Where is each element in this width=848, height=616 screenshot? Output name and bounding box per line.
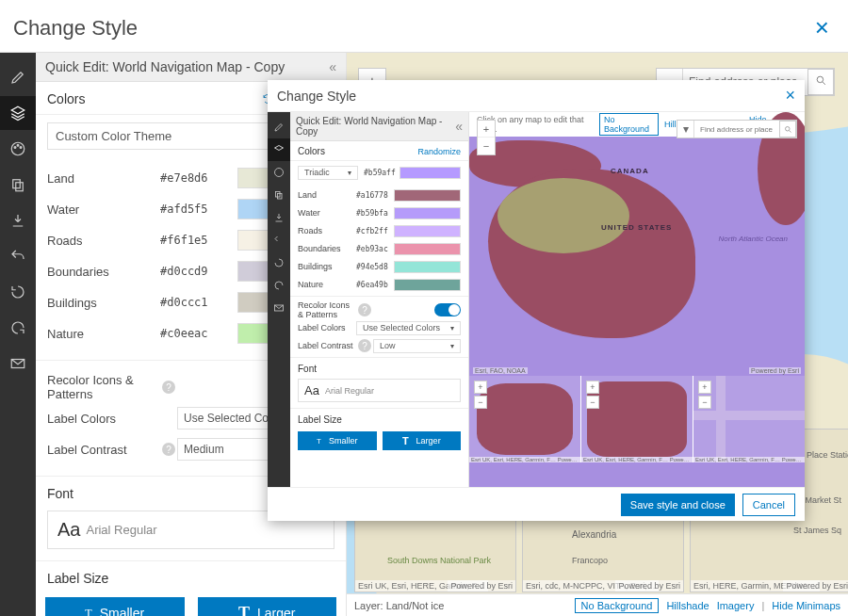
color-swatch[interactable] — [394, 243, 461, 255]
search-button[interactable] — [807, 69, 834, 95]
theme-swatch[interactable] — [400, 167, 461, 179]
recolor-toggle[interactable] — [434, 303, 461, 316]
color-prop-name: Boundaries — [298, 244, 356, 253]
minimap-label: Francopo — [572, 556, 608, 565]
palette-model-select[interactable]: Triadic▾ — [298, 166, 358, 180]
save-button[interactable]: Save style and close — [621, 494, 735, 516]
label-contrast-select[interactable]: Low▾ — [373, 339, 461, 353]
label-contrast-label: Label Contrast — [47, 443, 160, 457]
zoom-out-button[interactable]: − — [586, 396, 599, 409]
color-prop-name: Nature — [298, 280, 356, 289]
color-hex: #e7e8d6 — [160, 171, 237, 185]
close-icon[interactable]: × — [815, 13, 829, 42]
recolor-icons-label: Recolor Icons & Patterns — [47, 373, 160, 401]
attribution-text: Esri UK, Esri, HERE, Garmin, F… Powered … — [469, 457, 580, 462]
palette-icon[interactable] — [268, 161, 290, 184]
svg-point-3 — [20, 147, 22, 149]
download-icon[interactable] — [0, 203, 36, 237]
inner-side-panel: Quick Edit: World Navigation Map - Copy … — [290, 112, 469, 487]
minimap[interactable]: +− Esri UK, Esri, HERE, Garmin, F… Power… — [693, 376, 805, 462]
zoom-in-button[interactable]: + — [478, 121, 495, 138]
color-swatch[interactable] — [394, 207, 461, 219]
palette-icon[interactable] — [0, 132, 36, 166]
smaller-button[interactable]: TSmaller — [298, 431, 377, 450]
help-icon[interactable]: ? — [358, 303, 371, 316]
label-colors-label: Label Colors — [47, 412, 160, 426]
color-prop-name: Boundaries — [47, 265, 160, 279]
hillshade-link[interactable]: Hillshade — [666, 600, 709, 611]
history-icon[interactable] — [268, 251, 290, 274]
collapse-icon[interactable]: « — [455, 119, 463, 134]
collapse-icon[interactable]: « — [329, 59, 336, 74]
minimap[interactable]: +− Esri UK, Esri, HERE, Garmin, F… Power… — [580, 376, 693, 462]
search-input[interactable] — [694, 121, 779, 138]
color-hex: #cfb2ff — [356, 227, 394, 235]
svg-point-2 — [17, 144, 19, 146]
tool-rail — [0, 53, 36, 616]
search-button[interactable] — [779, 121, 796, 138]
inner-close-icon[interactable]: × — [785, 86, 795, 105]
redo-icon[interactable] — [0, 311, 36, 345]
share-icon[interactable] — [268, 297, 290, 319]
label-colors-select[interactable]: Use Selected Colors▾ — [356, 321, 461, 335]
zoom-out-button[interactable]: − — [698, 396, 711, 409]
edit-icon[interactable] — [0, 60, 36, 94]
zoom-in-button[interactable]: + — [474, 381, 487, 394]
download-icon[interactable] — [268, 206, 290, 229]
inner-breadcrumb[interactable]: Quick Edit: World Navigation Map - Copy … — [290, 112, 468, 141]
share-icon[interactable] — [0, 347, 36, 381]
subheader-text: Quick Edit: World Navigation Map - Copy — [45, 59, 329, 74]
zoom-in-button[interactable]: + — [698, 381, 711, 394]
color-hex: #94e5d8 — [356, 263, 394, 271]
color-hex: #c0eeac — [160, 327, 237, 340]
map-label: UNITED STATES — [601, 223, 672, 232]
undo-icon[interactable] — [268, 229, 290, 251]
color-hex: #a16778 — [356, 191, 394, 200]
hide-minimaps-link[interactable]: Hide Minimaps — [772, 600, 840, 611]
copy-icon[interactable] — [268, 184, 290, 206]
no-background-toggle[interactable]: No Background — [575, 598, 660, 613]
zoom-in-button[interactable]: + — [586, 381, 599, 394]
imagery-link[interactable]: Imagery — [717, 600, 755, 611]
larger-button[interactable]: TLarger — [383, 431, 462, 450]
history-icon[interactable] — [0, 275, 36, 309]
attribution-text: Esri UK, Esri, HERE, Garmin, F… Powered … — [581, 457, 693, 462]
label-contrast-label: Label Contrast — [298, 341, 356, 350]
color-prop-name: Water — [47, 203, 160, 217]
zoom-out-button[interactable]: − — [478, 138, 495, 154]
zoom-out-button[interactable]: − — [474, 396, 487, 409]
no-background-toggle[interactable]: No Background — [599, 113, 659, 136]
redo-icon[interactable] — [268, 274, 290, 297]
layers-icon[interactable] — [0, 96, 36, 130]
attribution-text: Esri, FAO, NOAA — [473, 367, 528, 374]
color-swatch[interactable] — [394, 279, 461, 291]
search-category-dropdown[interactable]: ▾ — [677, 121, 694, 138]
undo-icon[interactable] — [0, 239, 36, 273]
copy-icon[interactable] — [0, 168, 36, 202]
color-prop-name: Land — [298, 190, 356, 200]
smaller-button[interactable]: TSmaller — [45, 597, 185, 616]
inner-map[interactable]: CANADA UNITED STATES North Atlantic Ocea… — [469, 112, 805, 487]
color-swatch[interactable] — [394, 189, 461, 202]
svg-rect-5 — [16, 183, 24, 191]
help-icon[interactable]: ? — [358, 339, 371, 352]
label-size-section-label: Label Size — [36, 560, 346, 592]
cancel-button[interactable]: Cancel — [742, 494, 795, 516]
color-swatch[interactable] — [394, 261, 461, 273]
help-icon[interactable]: ? — [162, 381, 175, 394]
breadcrumb[interactable]: Quick Edit: World Navigation Map - Copy … — [36, 53, 346, 82]
colors-section-label: Colors — [47, 91, 85, 106]
edit-icon[interactable] — [268, 116, 290, 138]
minimap[interactable]: +− Esri UK, Esri, HERE, Garmin, F… Power… — [469, 376, 580, 462]
attribution-text: Esri UK, Esri, HERE, Garmin, F… Powered … — [693, 457, 805, 462]
nested-change-style-dialog: Change Style × Quick Edit: World Navigat… — [268, 80, 805, 521]
font-select[interactable]: Aa Arial Regular — [298, 379, 461, 402]
color-swatch[interactable] — [394, 225, 461, 237]
color-prop-name: Buildings — [298, 262, 356, 271]
larger-button[interactable]: TLarger — [198, 597, 337, 616]
inner-tool-rail — [268, 112, 290, 487]
randomize-button[interactable]: Randomize — [417, 147, 461, 156]
font-preview-icon: Aa — [304, 383, 319, 397]
help-icon[interactable]: ? — [162, 443, 175, 456]
layers-icon[interactable] — [268, 138, 290, 161]
